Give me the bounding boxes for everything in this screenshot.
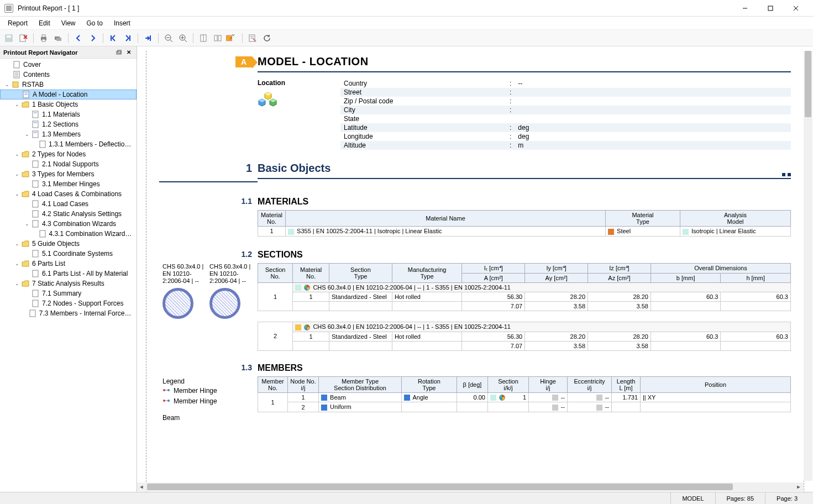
app-icon	[4, 4, 13, 13]
section-mark-icon	[780, 170, 791, 178]
svg-rect-17	[56, 38, 61, 41]
members-table: MemberNo. Node No.i/j Member TypeSection…	[258, 376, 791, 412]
menu-edit[interactable]: Edit	[33, 18, 56, 28]
svg-rect-14	[42, 35, 45, 37]
navigator-tree[interactable]: Cover Contents ⌄RSTAB A Model - Location…	[0, 59, 137, 492]
highlight-icon[interactable]	[225, 32, 239, 45]
navigator-title: Printout Report Navigator	[3, 49, 77, 56]
tree-item-types-members[interactable]: ⌄3 Types for Members	[0, 169, 137, 179]
toolbar	[0, 30, 813, 46]
svg-rect-9	[7, 35, 11, 38]
tree-item-types-nodes[interactable]: ⌄2 Types for Nodes	[0, 149, 137, 159]
tree-item-nodes-sf[interactable]: 7.2 Nodes - Support Forces	[0, 298, 137, 308]
tree-item-contents[interactable]: Contents	[0, 70, 137, 80]
svg-rect-55	[33, 181, 38, 187]
print-icon[interactable]	[37, 32, 50, 45]
svg-rect-60	[33, 250, 38, 257]
status-pages: Pages: 85	[715, 492, 765, 504]
menu-view[interactable]: View	[56, 18, 81, 28]
tree-item-nodal-supports[interactable]: 2.1 Nodal Supports	[0, 159, 137, 169]
tree-item-combo-wizards-sub[interactable]: 4.3.1 Combination Wizards - ...	[0, 229, 137, 239]
sec12-num: 1.2	[242, 249, 252, 259]
report-viewport[interactable]: A MODEL - LOCATION Location	[137, 46, 813, 492]
svg-rect-38	[14, 61, 19, 68]
page-width-icon[interactable]	[197, 32, 210, 45]
menu-bar: Report Edit View Go to Insert	[0, 17, 813, 30]
menu-goto[interactable]: Go to	[81, 18, 108, 28]
goto-selection-icon[interactable]	[141, 32, 155, 45]
tree-item-load-cases-comb[interactable]: ⌄4 Load Cases & Combinations	[0, 189, 137, 199]
vertical-scrollbar[interactable]	[804, 51, 812, 481]
tree-item-basic-objects[interactable]: ⌄1 Basic Objects	[0, 99, 137, 109]
tree-item-parts-list[interactable]: ⌄6 Parts List	[0, 259, 137, 269]
tree-item-summary[interactable]: 7.1 Summary	[0, 288, 137, 298]
materials-table: MaterialNo. Material Name MaterialType A…	[258, 210, 791, 237]
zoom-out-icon[interactable]	[162, 32, 175, 45]
nav-prev-icon[interactable]	[72, 32, 85, 45]
svg-rect-63	[33, 300, 38, 307]
tree-item-members-if[interactable]: 7.3 Members - Internal Forces by...	[0, 308, 137, 318]
section-marker-icon	[304, 324, 310, 330]
tree-item-rstab[interactable]: ⌄RSTAB	[0, 80, 137, 90]
tree-item-members[interactable]: ⌄1.3 Members	[0, 129, 137, 139]
tree-item-coord-sys[interactable]: 5.1 Coordinate Systems	[0, 249, 137, 259]
maximize-button[interactable]	[758, 0, 783, 17]
tree-item-cover[interactable]: Cover	[0, 60, 137, 70]
sec12-title: SECTIONS	[258, 250, 791, 263]
zoom-in-icon[interactable]	[176, 32, 190, 45]
delete-report-icon[interactable]	[17, 32, 30, 45]
legend-title: Legend	[162, 377, 252, 385]
legend-beam: Beam	[162, 414, 252, 422]
chs-ring-icon	[209, 288, 240, 319]
tree-item-static-settings[interactable]: 4.2 Static Analysis Settings	[0, 209, 137, 219]
tree-item-parts-all[interactable]: 6.1 Parts List - All by Material	[0, 269, 137, 279]
edit-list-icon[interactable]	[246, 32, 259, 45]
svg-rect-15	[42, 39, 45, 41]
sec11-title: MATERIALS	[258, 197, 791, 210]
svg-rect-51	[33, 131, 38, 138]
navigator-header: Printout Report Navigator ✕	[0, 46, 137, 59]
save-icon[interactable]	[2, 32, 15, 45]
nav-last-icon[interactable]	[121, 32, 134, 45]
horizontal-scrollbar[interactable]: ◄ ►	[137, 482, 803, 491]
title-bar: Printout Report - [ 1 ]	[0, 0, 813, 17]
sec1-num: 1	[246, 162, 252, 174]
navigator-close-icon[interactable]: ✕	[124, 48, 133, 57]
menu-report[interactable]: Report	[2, 18, 33, 28]
tree-item-materials[interactable]: 1.1 Materials	[0, 109, 137, 119]
svg-rect-47	[33, 111, 38, 118]
tree-item-a-model[interactable]: A Model - Location	[0, 90, 137, 99]
tree-item-static-results[interactable]: ⌄7 Static Analysis Results	[0, 279, 137, 288]
svg-rect-64	[30, 310, 35, 317]
svg-rect-56	[33, 201, 38, 207]
svg-rect-53	[40, 141, 45, 148]
nav-next-icon[interactable]	[86, 32, 99, 45]
tree-item-guide-objects[interactable]: ⌄5 Guide Objects	[0, 239, 137, 249]
refresh-icon[interactable]	[260, 32, 274, 45]
svg-line-22	[170, 40, 172, 42]
sec13-num: 1.3	[242, 362, 252, 372]
menu-insert[interactable]: Insert	[108, 18, 136, 28]
sections-table: SectionNo. MaterialNo. SectionType Manuf…	[258, 263, 791, 351]
nav-first-icon[interactable]	[107, 32, 120, 45]
navigator-panel: Printout Report Navigator ✕ Cover Conten…	[0, 46, 137, 492]
two-pages-icon[interactable]	[211, 32, 224, 45]
status-model: MODEL	[670, 492, 715, 504]
tree-item-sections[interactable]: 1.2 Sections	[0, 119, 137, 129]
tree-item-members-def[interactable]: 1.3.1 Members - Deflection C...	[0, 139, 137, 149]
tree-item-lc[interactable]: 4.1 Load Cases	[0, 199, 137, 209]
close-button[interactable]	[783, 0, 809, 17]
location-heading: Location	[258, 79, 340, 87]
status-page: Page: 3	[765, 492, 809, 504]
tree-item-combo-wizards[interactable]: ⌄4.3 Combination Wizards	[0, 219, 137, 229]
svg-rect-57	[33, 211, 38, 217]
navigator-dock-icon[interactable]	[114, 48, 123, 57]
section-marker-icon	[304, 285, 310, 291]
status-bar: MODEL Pages: 85 Page: 3	[0, 492, 813, 504]
minimize-button[interactable]	[732, 0, 758, 17]
svg-line-25	[185, 40, 187, 42]
tree-item-member-hinges[interactable]: 3.1 Member Hinges	[0, 179, 137, 189]
chs-ring-icon	[162, 288, 193, 319]
report-page: A MODEL - LOCATION Location	[146, 51, 804, 492]
print-multi-icon[interactable]	[51, 32, 65, 45]
